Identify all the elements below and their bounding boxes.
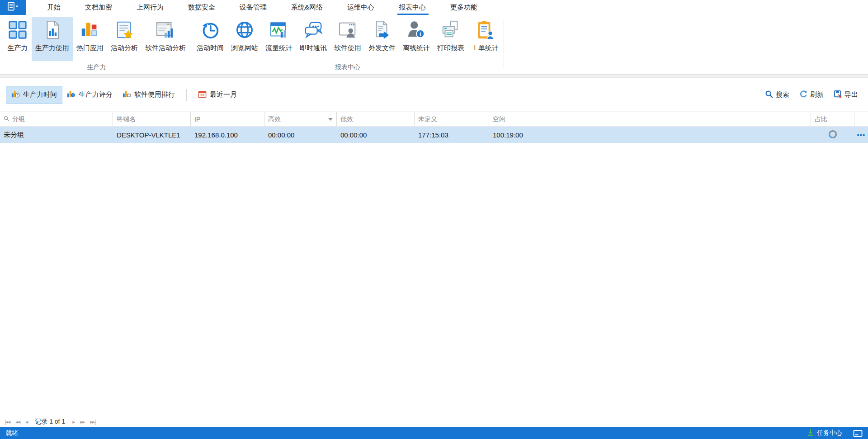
- toolbar-actions: 搜索 刷新: [761, 87, 862, 103]
- view-software-usage-rank-button[interactable]: 软件使用排行: [118, 86, 180, 104]
- view-productivity-time-button[interactable]: 生产力时间: [6, 86, 62, 104]
- task-center-label: 任务中心: [817, 429, 842, 437]
- traffic-stats-icon: [269, 19, 289, 40]
- chevron-down-icon[interactable]: [328, 118, 333, 121]
- first-page-button[interactable]: |◂◂: [5, 419, 10, 425]
- prev-page-button[interactable]: ◂: [25, 419, 28, 425]
- ribbon-group-productivity: 生产力 生产力使用: [2, 15, 191, 74]
- tab-device-mgmt[interactable]: 设备管理: [227, 0, 279, 15]
- ribbon-productivity-usage[interactable]: 生产力使用: [32, 17, 73, 61]
- cell-idle: 100:19:00: [489, 127, 811, 143]
- tab-data-security[interactable]: 数据安全: [176, 0, 227, 15]
- ribbon-activity-analysis[interactable]: 活动分析: [107, 17, 142, 61]
- action-button-label: 刷新: [810, 90, 824, 99]
- sub-toolbar: 生产力时间 i 生产力评分 软件使用排行: [0, 78, 868, 112]
- tab-report-center[interactable]: 报表中心: [387, 0, 438, 15]
- tab-web-behavior[interactable]: 上网行为: [124, 0, 176, 15]
- cell-inefficient: 00:00:00: [337, 127, 415, 143]
- column-header-label: 低效: [340, 115, 353, 123]
- ribbon-item-label: 热门应用: [76, 44, 104, 52]
- taskbar-window-icon[interactable]: [853, 430, 863, 437]
- ribbon-software-activity-analysis[interactable]: 软件活动分析: [142, 17, 189, 61]
- column-header-label: 空闲: [493, 115, 505, 123]
- tab-ops-center[interactable]: 运维中心: [335, 0, 387, 15]
- tab-system-network[interactable]: 系统&网络: [279, 0, 335, 15]
- table-header: 分组 终端名 IP 高效 低效 未定义 空闲 占比: [0, 112, 868, 127]
- ribbon-offline-stats[interactable]: i 离线统计: [399, 17, 434, 61]
- task-center-button[interactable]: 任务中心: [807, 429, 842, 438]
- fast-next-button[interactable]: ▸▸: [80, 419, 85, 425]
- column-search-icon: [4, 116, 9, 123]
- hot-apps-icon: [80, 19, 100, 40]
- column-header-extra: [854, 112, 868, 126]
- ribbon-item-label: 浏览网站: [231, 44, 258, 52]
- cell-row-menu[interactable]: •••: [854, 127, 868, 143]
- column-header-efficient[interactable]: 高效: [264, 112, 337, 126]
- toolbar-separator: [186, 89, 187, 101]
- ribbon-bottom-strip: [0, 75, 868, 78]
- next-page-button[interactable]: ▸: [72, 419, 75, 425]
- bars-rank-icon: [123, 90, 131, 100]
- tab-doc-encryption[interactable]: 文档加密: [73, 0, 124, 15]
- fast-prev-button[interactable]: ◂◂: [15, 419, 20, 425]
- app-menu-button[interactable]: [0, 0, 26, 15]
- record-count-text: 记录 1 of 1: [35, 418, 65, 426]
- doc-chart-icon: [42, 19, 63, 40]
- column-header-ratio[interactable]: 占比: [811, 112, 854, 126]
- action-button-label: 搜索: [776, 90, 789, 99]
- ribbon-instant-messaging[interactable]: 即时通讯: [296, 17, 330, 61]
- ribbon-work-order-stats[interactable]: 工单统计: [468, 17, 502, 61]
- column-header-label: 高效: [268, 115, 281, 123]
- ribbon-item-label: 离线统计: [403, 44, 430, 52]
- column-header-group[interactable]: 分组: [0, 112, 113, 126]
- period-last-month-button[interactable]: 23 最近一月: [193, 86, 242, 104]
- ribbon-item-label: 工单统计: [472, 44, 499, 52]
- ribbon-print-report[interactable]: 打印报表: [434, 17, 468, 61]
- bars-info-icon: i: [67, 90, 75, 100]
- status-ready-text: 就绪: [5, 429, 18, 437]
- ribbon-item-label: 打印报表: [437, 44, 464, 52]
- ribbon-item-label: 软件使用: [334, 44, 361, 52]
- app-window: 开始 文档加密 上网行为 数据安全 设备管理 系统&网络 运维中心 报表中心 更…: [0, 0, 868, 439]
- column-header-idle[interactable]: 空闲: [489, 112, 811, 126]
- ribbon-hot-apps[interactable]: 热门应用: [73, 17, 107, 61]
- ribbon-traffic-stats[interactable]: 流量统计: [262, 17, 296, 61]
- clipboard-user-icon: [475, 19, 495, 40]
- ribbon-group-label: 生产力: [2, 62, 191, 74]
- ratio-donut-icon: [828, 129, 838, 141]
- column-header-label: 未定义: [418, 115, 437, 123]
- user-info-icon: i: [406, 19, 427, 40]
- ribbon-software-usage[interactable]: 软件使用: [330, 17, 365, 61]
- ribbon-item-label: 活动时间: [197, 44, 224, 52]
- tab-more-features[interactable]: 更多功能: [438, 0, 490, 15]
- menubar: 开始 文档加密 上网行为 数据安全 设备管理 系统&网络 运维中心 报表中心 更…: [0, 0, 868, 15]
- export-icon: [834, 90, 842, 100]
- search-icon: [765, 90, 774, 100]
- action-button-label: 导出: [844, 90, 858, 99]
- clock-history-icon: [200, 19, 221, 40]
- view-productivity-score-button[interactable]: i 生产力评分: [62, 86, 118, 104]
- column-header-inefficient[interactable]: 低效: [337, 112, 415, 126]
- last-page-button[interactable]: ▸▸|: [90, 419, 95, 425]
- ribbon: 生产力 生产力使用: [0, 15, 868, 75]
- ribbon-productivity[interactable]: 生产力: [4, 17, 32, 61]
- row-menu-icon[interactable]: •••: [857, 132, 866, 138]
- column-header-label: 终端名: [117, 115, 136, 123]
- column-header-undefined[interactable]: 未定义: [415, 112, 489, 126]
- column-header-terminal[interactable]: 终端名: [113, 112, 191, 126]
- ribbon-outgoing-files[interactable]: 外发文件: [365, 17, 399, 61]
- cell-group: 未分组: [0, 127, 113, 143]
- printer-icon: [440, 19, 461, 40]
- column-header-ip[interactable]: IP: [191, 112, 264, 126]
- ribbon-activity-time[interactable]: 活动时间: [193, 17, 227, 61]
- bars-clock-icon: [11, 90, 20, 100]
- refresh-button[interactable]: 刷新: [796, 87, 827, 103]
- svg-text:23: 23: [200, 93, 204, 97]
- export-button[interactable]: 导出: [830, 87, 862, 103]
- table-row[interactable]: 未分组 DESKTOP-VLKTLE1 192.168.0.100 00:00:…: [0, 127, 868, 143]
- ribbon-browse-websites[interactable]: 浏览网站: [227, 17, 262, 61]
- doc-star-icon: [114, 19, 135, 40]
- search-button[interactable]: 搜索: [761, 87, 793, 103]
- tab-home[interactable]: 开始: [35, 0, 73, 15]
- svg-text:i: i: [420, 31, 421, 37]
